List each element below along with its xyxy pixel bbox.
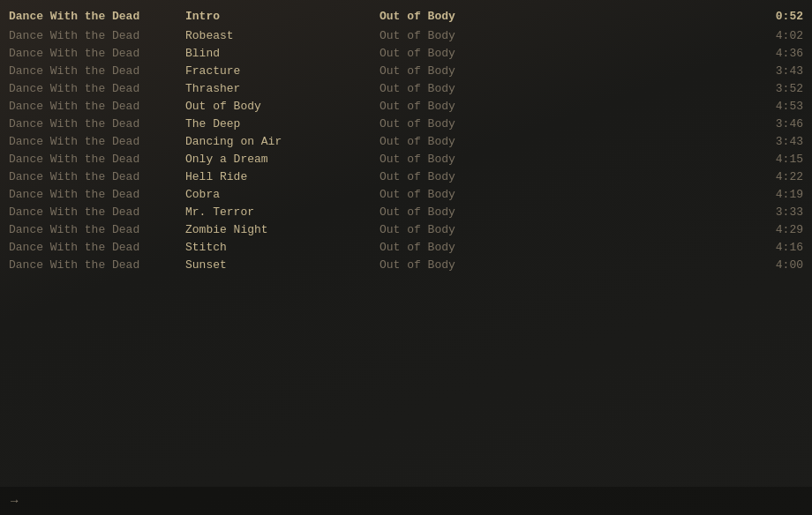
track-title: Dancing on Air xyxy=(185,135,380,148)
track-duration: 3:52 xyxy=(750,82,803,95)
track-artist: Dance With the Dead xyxy=(9,117,185,131)
track-duration: 4:22 xyxy=(750,170,803,183)
track-artist: Dance With the Dead xyxy=(9,153,185,166)
track-album: Out of Body xyxy=(380,64,750,78)
header-album: Out of Body xyxy=(380,10,750,23)
track-album: Out of Body xyxy=(380,205,750,219)
track-artist: Dance With the Dead xyxy=(9,29,185,42)
table-row[interactable]: Dance With the DeadRobeastOut of Body4:0… xyxy=(0,26,812,44)
track-album: Out of Body xyxy=(380,170,750,183)
track-artist: Dance With the Dead xyxy=(9,135,185,148)
track-duration: 4:36 xyxy=(750,47,803,60)
track-duration: 4:19 xyxy=(750,188,803,201)
table-row[interactable]: Dance With the DeadHell RideOut of Body4… xyxy=(0,168,812,185)
track-album: Out of Body xyxy=(380,258,750,272)
tracks-container: Dance With the DeadRobeastOut of Body4:0… xyxy=(0,26,812,273)
track-album: Out of Body xyxy=(380,188,750,201)
track-album: Out of Body xyxy=(380,82,750,95)
track-artist: Dance With the Dead xyxy=(9,47,185,60)
track-album: Out of Body xyxy=(380,135,750,148)
track-title: Fracture xyxy=(185,64,380,78)
track-title: Out of Body xyxy=(185,100,380,113)
track-duration: 3:43 xyxy=(750,64,803,78)
track-album: Out of Body xyxy=(380,117,750,131)
track-title: Stitch xyxy=(185,241,380,254)
track-title: Only a Dream xyxy=(185,153,380,166)
track-artist: Dance With the Dead xyxy=(9,205,185,219)
track-artist: Dance With the Dead xyxy=(9,100,185,113)
track-list: Dance With the Dead Intro Out of Body 0:… xyxy=(0,0,812,280)
track-album: Out of Body xyxy=(380,47,750,60)
track-album: Out of Body xyxy=(380,241,750,254)
track-duration: 3:46 xyxy=(750,117,803,131)
track-duration: 4:29 xyxy=(750,223,803,236)
track-title: Thrasher xyxy=(185,82,380,95)
table-row[interactable]: Dance With the DeadMr. TerrorOut of Body… xyxy=(0,203,812,220)
track-artist: Dance With the Dead xyxy=(9,82,185,95)
bottom-bar: → xyxy=(0,487,812,515)
track-title: Mr. Terror xyxy=(185,205,380,219)
track-title: Zombie Night xyxy=(185,223,380,236)
track-duration: 4:16 xyxy=(750,241,803,254)
header-artist: Dance With the Dead xyxy=(9,10,185,23)
track-title: Robeast xyxy=(185,29,380,42)
track-title: Cobra xyxy=(185,188,380,201)
table-row[interactable]: Dance With the DeadFractureOut of Body3:… xyxy=(0,62,812,79)
track-list-header: Dance With the Dead Intro Out of Body 0:… xyxy=(0,7,812,25)
table-row[interactable]: Dance With the DeadDancing on AirOut of … xyxy=(0,132,812,150)
track-duration: 4:02 xyxy=(750,29,803,42)
track-artist: Dance With the Dead xyxy=(9,258,185,272)
header-duration: 0:52 xyxy=(750,10,803,23)
track-artist: Dance With the Dead xyxy=(9,64,185,78)
header-title: Intro xyxy=(185,10,380,23)
track-album: Out of Body xyxy=(380,223,750,236)
table-row[interactable]: Dance With the DeadCobraOut of Body4:19 xyxy=(0,185,812,203)
table-row[interactable]: Dance With the DeadOut of BodyOut of Bod… xyxy=(0,97,812,115)
table-row[interactable]: Dance With the DeadZombie NightOut of Bo… xyxy=(0,220,812,238)
track-artist: Dance With the Dead xyxy=(9,188,185,201)
table-row[interactable]: Dance With the DeadOnly a DreamOut of Bo… xyxy=(0,150,812,168)
track-duration: 4:15 xyxy=(750,153,803,166)
track-album: Out of Body xyxy=(380,153,750,166)
track-duration: 4:53 xyxy=(750,100,803,113)
track-artist: Dance With the Dead xyxy=(9,223,185,236)
track-title: The Deep xyxy=(185,117,380,131)
track-album: Out of Body xyxy=(380,100,750,113)
track-artist: Dance With the Dead xyxy=(9,170,185,183)
track-title: Hell Ride xyxy=(185,170,380,183)
table-row[interactable]: Dance With the DeadStitchOut of Body4:16 xyxy=(0,238,812,256)
track-duration: 4:00 xyxy=(750,258,803,272)
table-row[interactable]: Dance With the DeadSunsetOut of Body4:00 xyxy=(0,256,812,273)
track-duration: 3:43 xyxy=(750,135,803,148)
track-title: Sunset xyxy=(185,258,380,272)
track-title: Blind xyxy=(185,47,380,60)
track-album: Out of Body xyxy=(380,29,750,42)
track-artist: Dance With the Dead xyxy=(9,241,185,254)
table-row[interactable]: Dance With the DeadThe DeepOut of Body3:… xyxy=(0,115,812,132)
table-row[interactable]: Dance With the DeadThrasherOut of Body3:… xyxy=(0,79,812,97)
track-duration: 3:33 xyxy=(750,205,803,219)
arrow-icon: → xyxy=(11,494,18,508)
table-row[interactable]: Dance With the DeadBlindOut of Body4:36 xyxy=(0,44,812,62)
